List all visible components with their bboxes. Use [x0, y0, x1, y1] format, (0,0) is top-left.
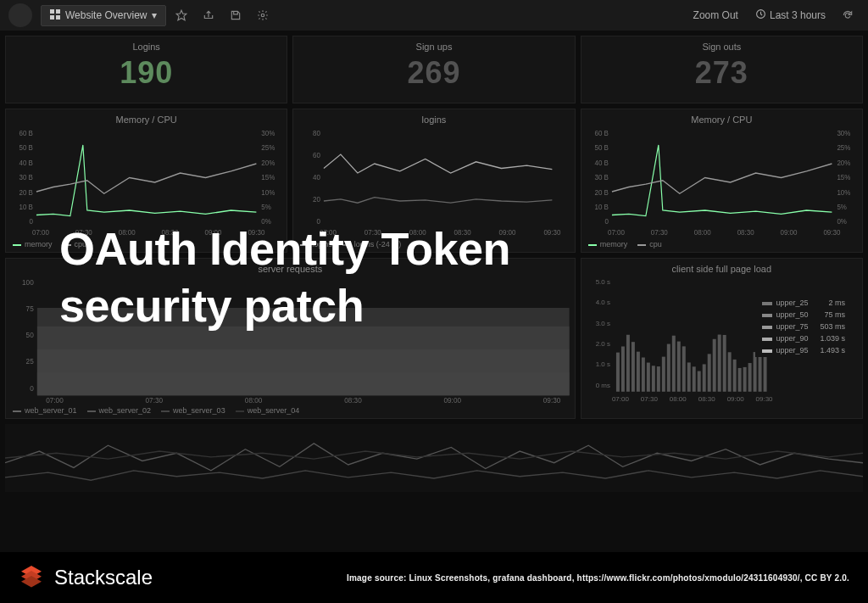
clock-icon [755, 8, 766, 22]
panel-signups-stat[interactable]: Sign ups 269 [292, 36, 575, 103]
image-credit: Image source: Linux Screenshots, grafana… [347, 573, 849, 583]
svg-rect-112 [753, 352, 756, 392]
svg-text:3.0 s: 3.0 s [595, 320, 609, 327]
svg-rect-2 [50, 15, 54, 20]
panel-title: Logins [6, 36, 287, 52]
svg-text:08:00: 08:00 [669, 395, 686, 403]
svg-rect-103 [707, 354, 710, 391]
svg-text:30 B: 30 B [19, 173, 34, 181]
svg-text:15%: 15% [837, 173, 850, 181]
svg-text:30 B: 30 B [594, 173, 609, 181]
stat-value: 269 [293, 52, 574, 94]
panel-signouts-stat[interactable]: Sign outs 273 [581, 36, 863, 103]
footer-bar: Stackscale Image source: Linux Screensho… [0, 552, 868, 603]
svg-text:5%: 5% [837, 203, 847, 211]
svg-text:09:30: 09:30 [543, 396, 561, 405]
bottom-sparkline [5, 424, 863, 492]
top-toolbar: Website Overview ▾ Zoom Out Last 3 hours [0, 0, 868, 31]
svg-text:07:00: 07:00 [32, 227, 49, 236]
svg-rect-86 [621, 346, 625, 391]
time-range-label: Last 3 hours [770, 9, 826, 21]
svg-rect-93 [656, 366, 659, 392]
svg-text:20%: 20% [261, 158, 275, 166]
svg-rect-87 [626, 335, 630, 392]
dashboard-picker[interactable]: Website Overview ▾ [41, 5, 166, 26]
svg-text:09:00: 09:00 [780, 227, 797, 236]
save-button[interactable] [224, 3, 248, 27]
svg-text:07:00: 07:00 [612, 395, 629, 403]
svg-rect-109 [737, 368, 741, 392]
svg-rect-102 [702, 364, 705, 391]
svg-rect-98 [682, 346, 685, 391]
panel-title: logins [293, 109, 574, 125]
zoom-out-button[interactable]: Zoom Out [687, 6, 745, 25]
panel-memory-cpu-right[interactable]: Memory / CPU 010 B20 B30 B40 B50 B60 B0%… [581, 109, 863, 253]
brand-name: Stackscale [54, 566, 153, 589]
svg-text:07:30: 07:30 [641, 395, 658, 403]
svg-text:10%: 10% [261, 187, 275, 196]
svg-rect-0 [50, 9, 54, 14]
svg-rect-85 [616, 353, 620, 392]
svg-rect-94 [661, 357, 665, 392]
svg-text:0: 0 [604, 217, 609, 226]
svg-text:4.0 s: 4.0 s [595, 299, 609, 306]
panel-title: Memory / CPU [6, 109, 287, 125]
svg-text:25: 25 [26, 357, 34, 366]
panel-logins-stat[interactable]: Logins 190 [5, 36, 287, 103]
svg-text:100: 100 [22, 278, 34, 287]
avatar[interactable] [8, 3, 32, 27]
page-load-legend: upper_252 msupper_5075 msupper_75503 msu… [755, 296, 852, 357]
svg-text:80: 80 [313, 129, 320, 137]
svg-text:0%: 0% [837, 217, 847, 226]
time-range-picker[interactable]: Last 3 hours [748, 5, 832, 25]
stackscale-logo-icon [19, 563, 44, 592]
panel-title: client side full page load [581, 259, 862, 274]
svg-text:10%: 10% [837, 187, 850, 196]
svg-marker-4 [177, 10, 187, 20]
chart-legend: web_server_01 web_server_02 web_server_0… [6, 405, 575, 416]
refresh-button[interactable] [836, 3, 860, 27]
svg-rect-101 [697, 371, 700, 392]
svg-rect-110 [743, 367, 746, 392]
svg-text:07:30: 07:30 [651, 227, 668, 236]
svg-text:40 B: 40 B [19, 158, 34, 166]
star-button[interactable] [170, 3, 193, 27]
svg-rect-3 [56, 15, 60, 20]
svg-text:08:00: 08:00 [245, 396, 263, 405]
svg-text:30%: 30% [837, 129, 850, 137]
svg-rect-96 [671, 336, 675, 392]
svg-rect-88 [632, 342, 635, 392]
panel-title: Sign ups [293, 36, 574, 52]
svg-text:08:30: 08:30 [737, 227, 754, 236]
svg-text:50 B: 50 B [594, 143, 609, 152]
svg-text:09:30: 09:30 [755, 395, 772, 403]
svg-rect-1 [56, 9, 60, 14]
settings-button[interactable] [251, 3, 275, 27]
overlay-headline: OAuth Identity Token security patch [59, 221, 510, 334]
panel-title: Sign outs [581, 36, 862, 52]
svg-text:1.0 s: 1.0 s [595, 360, 609, 368]
svg-text:0: 0 [30, 217, 34, 226]
svg-text:5%: 5% [261, 203, 271, 211]
svg-text:07:00: 07:00 [608, 227, 625, 236]
svg-text:10 B: 10 B [19, 203, 34, 211]
panel-bottom-sparkline[interactable] [5, 424, 863, 492]
svg-text:40: 40 [313, 173, 320, 181]
svg-text:60 B: 60 B [594, 129, 609, 137]
panel-page-load[interactable]: client side full page load 0 ms1.0 s2.0 … [581, 258, 863, 419]
svg-text:10 B: 10 B [594, 203, 609, 211]
svg-text:08:00: 08:00 [693, 227, 710, 236]
svg-text:08:30: 08:30 [698, 395, 715, 403]
share-button[interactable] [197, 3, 220, 27]
svg-rect-91 [647, 363, 650, 392]
svg-marker-72 [37, 372, 570, 395]
svg-rect-92 [651, 366, 654, 392]
stat-value: 190 [6, 52, 287, 94]
panel-title: Memory / CPU [581, 109, 862, 125]
svg-rect-104 [712, 339, 715, 392]
svg-text:50 B: 50 B [19, 143, 34, 152]
svg-text:0 ms: 0 ms [595, 382, 609, 389]
svg-rect-105 [717, 335, 721, 392]
svg-text:09:00: 09:00 [443, 396, 461, 405]
svg-rect-89 [637, 352, 640, 392]
